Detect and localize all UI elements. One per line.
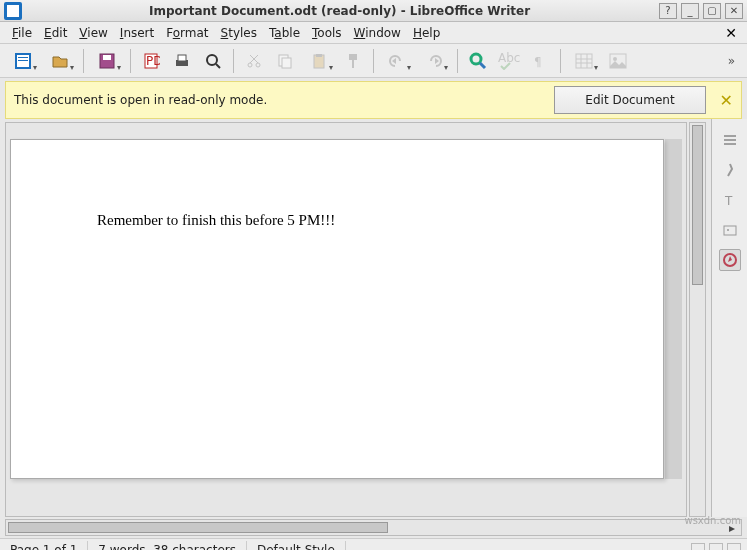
svg-rect-2 xyxy=(18,60,28,61)
infobar-text: This document is open in read-only mode. xyxy=(14,93,554,107)
edit-document-button[interactable]: Edit Document xyxy=(554,86,705,114)
svg-line-10 xyxy=(216,64,220,68)
sidebar-panel: T xyxy=(711,119,747,517)
svg-rect-8 xyxy=(178,55,186,61)
svg-point-11 xyxy=(248,63,252,67)
sidebar-styles-icon[interactable] xyxy=(719,159,741,181)
view-multi-page-icon[interactable] xyxy=(709,543,723,551)
window-title: Important Document.odt (read-only) - Lib… xyxy=(22,4,657,18)
svg-point-21 xyxy=(471,54,481,64)
print-button[interactable] xyxy=(168,47,196,75)
redo-button xyxy=(417,47,451,75)
menu-view[interactable]: View xyxy=(73,24,113,42)
new-document-button[interactable] xyxy=(6,47,40,75)
watermark: wsxdn.com xyxy=(684,515,741,526)
svg-rect-18 xyxy=(316,54,322,57)
svg-point-37 xyxy=(727,229,729,231)
status-wordcount[interactable]: 7 words, 38 characters xyxy=(88,541,247,551)
sidebar-gallery-icon[interactable] xyxy=(719,219,741,241)
toolbar-overflow-button[interactable]: » xyxy=(722,54,741,68)
statusbar: Page 1 of 1 7 words, 38 characters Defau… xyxy=(0,538,747,550)
infobar-close-button[interactable]: ✕ xyxy=(720,91,733,110)
horizontal-scroll-thumb[interactable] xyxy=(8,522,388,533)
standard-toolbar: PDF Abc ¶ » xyxy=(0,44,747,78)
menu-styles[interactable]: Styles xyxy=(215,24,263,42)
svg-text:T: T xyxy=(724,194,733,208)
svg-text:PDF: PDF xyxy=(146,54,160,68)
svg-point-12 xyxy=(256,63,260,67)
toolbar-separator xyxy=(83,49,84,73)
insert-image-button xyxy=(604,47,632,75)
svg-text:¶: ¶ xyxy=(534,55,542,69)
toolbar-separator xyxy=(233,49,234,73)
svg-rect-19 xyxy=(349,54,357,60)
svg-point-9 xyxy=(207,55,217,65)
menu-insert[interactable]: Insert xyxy=(114,24,160,42)
copy-button xyxy=(271,47,299,75)
toolbar-separator xyxy=(130,49,131,73)
print-preview-button[interactable] xyxy=(199,47,227,75)
svg-point-31 xyxy=(613,57,617,61)
minimize-button[interactable]: _ xyxy=(681,3,699,19)
sidebar-text-icon[interactable]: T xyxy=(719,189,741,211)
menu-edit[interactable]: Edit xyxy=(38,24,73,42)
menu-format[interactable]: Format xyxy=(160,24,214,42)
clone-formatting-button xyxy=(339,47,367,75)
toolbar-separator xyxy=(373,49,374,73)
svg-rect-16 xyxy=(282,58,291,68)
spellcheck-button: Abc xyxy=(495,47,523,75)
status-page[interactable]: Page 1 of 1 xyxy=(0,541,88,551)
app-icon xyxy=(4,2,22,20)
document-page: Remember to finish this before 5 PM!!! xyxy=(10,139,664,479)
workspace: Remember to finish this before 5 PM!!! T xyxy=(0,119,747,517)
status-style[interactable]: Default Style xyxy=(247,541,346,551)
find-replace-button[interactable] xyxy=(464,47,492,75)
close-document-button[interactable]: ✕ xyxy=(721,25,741,41)
titlebar: Important Document.odt (read-only) - Lib… xyxy=(0,0,747,22)
paste-button xyxy=(302,47,336,75)
open-document-button[interactable] xyxy=(43,47,77,75)
vertical-scroll-thumb[interactable] xyxy=(692,125,703,285)
vertical-scrollbar[interactable] xyxy=(689,122,706,517)
svg-rect-1 xyxy=(18,57,28,58)
undo-button xyxy=(380,47,414,75)
help-button[interactable]: ? xyxy=(659,3,677,19)
export-pdf-button[interactable]: PDF xyxy=(137,47,165,75)
menu-tools[interactable]: Tools xyxy=(306,24,348,42)
document-area[interactable]: Remember to finish this before 5 PM!!! xyxy=(5,122,687,517)
view-single-page-icon[interactable] xyxy=(691,543,705,551)
page-shadow xyxy=(665,139,682,479)
svg-rect-4 xyxy=(103,55,111,60)
close-window-button[interactable]: ✕ xyxy=(725,3,743,19)
cut-button xyxy=(240,47,268,75)
horizontal-scrollbar[interactable]: ▸ xyxy=(5,519,742,536)
sidebar-navigator-icon[interactable] xyxy=(719,249,741,271)
toolbar-separator xyxy=(457,49,458,73)
menubar: File Edit View Insert Format Styles Tabl… xyxy=(0,22,747,44)
status-view-icons[interactable] xyxy=(685,543,747,551)
formatting-marks-button: ¶ xyxy=(526,47,554,75)
svg-rect-25 xyxy=(576,54,592,68)
menu-file[interactable]: File xyxy=(6,24,38,42)
insert-table-button xyxy=(567,47,601,75)
document-content: Remember to finish this before 5 PM!!! xyxy=(11,140,663,229)
sidebar-properties-icon[interactable] xyxy=(719,129,741,151)
menu-help[interactable]: Help xyxy=(407,24,446,42)
menu-window[interactable]: Window xyxy=(348,24,407,42)
svg-rect-36 xyxy=(724,226,736,235)
svg-line-22 xyxy=(480,63,485,68)
view-book-icon[interactable] xyxy=(727,543,741,551)
save-button[interactable] xyxy=(90,47,124,75)
toolbar-separator xyxy=(560,49,561,73)
readonly-infobar: This document is open in read-only mode.… xyxy=(5,81,742,119)
menu-table[interactable]: Table xyxy=(263,24,306,42)
maximize-button[interactable]: ▢ xyxy=(703,3,721,19)
